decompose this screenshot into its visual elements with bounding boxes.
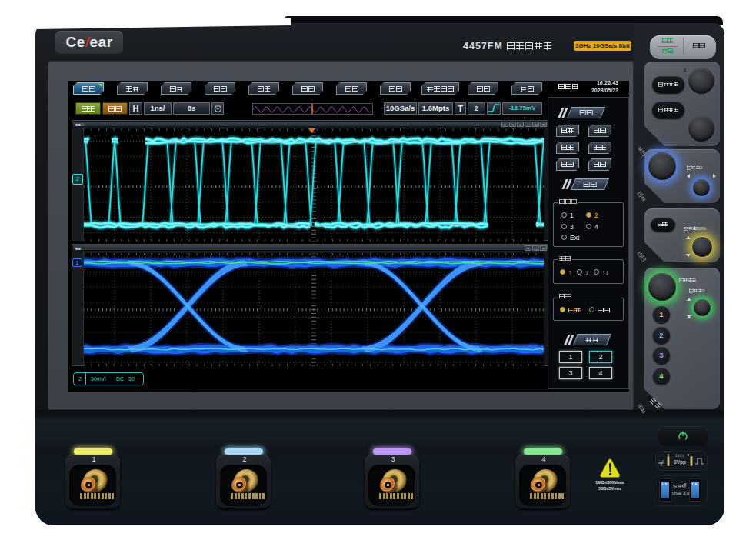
svg-text:SS: SS	[673, 483, 681, 490]
